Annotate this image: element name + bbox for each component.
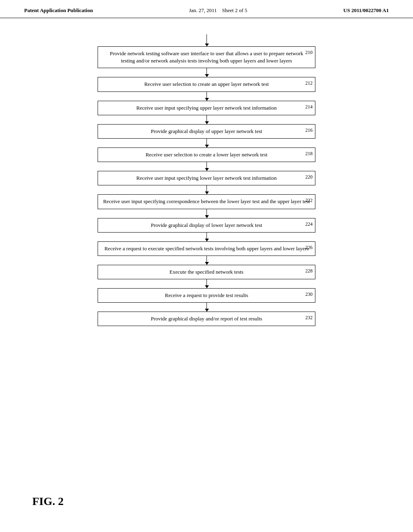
- box-216-label: 216: [305, 127, 313, 134]
- arrow-230-232: [206, 303, 207, 312]
- box-wrapper-226: Receive a request to execute specified n…: [98, 241, 315, 256]
- flow-box-222: Receive user input specifying correspond…: [98, 194, 315, 209]
- page-header: Patent Application Publication Jan. 27, …: [0, 0, 413, 18]
- box-222-label: 222: [305, 197, 313, 204]
- box-wrapper-224: Provide graphical display of lower layer…: [98, 218, 315, 233]
- flow-box-228: Execute the specified network tests 228: [98, 265, 315, 279]
- box-210-label: 210: [305, 49, 313, 56]
- arrow-226-228: [206, 256, 207, 265]
- box-212-label: 212: [305, 80, 313, 87]
- header-center: Jan. 27, 2011 Sheet 2 of 5: [189, 7, 247, 14]
- header-left: Patent Application Publication: [24, 7, 93, 14]
- box-224-label: 224: [305, 221, 313, 228]
- fig-label: FIG. 2: [32, 495, 64, 508]
- box-wrapper-220: Receive user input specifying lower laye…: [98, 171, 315, 185]
- header-sheet: Sheet 2 of 5: [222, 7, 247, 13]
- box-218-text: Receive user selection to create a lower…: [146, 152, 267, 158]
- header-right: US 2011/0022700 A1: [343, 7, 389, 14]
- box-226-label: 226: [305, 244, 313, 251]
- flow-box-232: Provide graphical display and/or report …: [98, 312, 315, 326]
- box-232-text: Provide graphical display and/or report …: [151, 316, 262, 322]
- box-wrapper-228: Execute the specified network tests 228: [98, 265, 315, 279]
- arrow-222-224: [206, 209, 207, 218]
- main-content: Provide network testing software user in…: [0, 18, 413, 338]
- box-210-text: Provide network testing software user in…: [110, 50, 303, 64]
- arrow-212-214: [206, 92, 207, 101]
- flow-box-218: Receive user selection to create a lower…: [98, 148, 315, 162]
- box-214-text: Receive user input specifying upper laye…: [136, 105, 277, 111]
- box-wrapper-222: Receive user input specifying correspond…: [98, 194, 315, 209]
- arrow-224-226: [206, 233, 207, 241]
- box-wrapper-210: Provide network testing software user in…: [98, 46, 315, 68]
- arrow-228-230: [206, 279, 207, 288]
- flow-box-210: Provide network testing software user in…: [98, 46, 315, 68]
- arrow-210-212: [206, 68, 207, 77]
- box-wrapper-230: Receive a request to provide test result…: [98, 288, 315, 303]
- header-date: Jan. 27, 2011: [189, 7, 217, 13]
- box-wrapper-232: Provide graphical display and/or report …: [98, 312, 315, 326]
- flow-box-212: Receive user selection to create an uppe…: [98, 77, 315, 91]
- arrow-216-218: [206, 139, 207, 148]
- box-226-text: Receive a request to execute specified n…: [104, 245, 309, 251]
- box-212-text: Receive user selection to create an uppe…: [144, 81, 269, 87]
- flow-box-224: Provide graphical display of lower layer…: [98, 218, 315, 233]
- box-wrapper-218: Receive user selection to create a lower…: [98, 148, 315, 162]
- box-214-label: 214: [305, 104, 313, 110]
- box-wrapper-216: Provide graphical display of upper layer…: [98, 124, 315, 139]
- flow-box-216: Provide graphical display of upper layer…: [98, 124, 315, 139]
- box-216-text: Provide graphical display of upper layer…: [151, 128, 262, 134]
- start-arrow: [206, 34, 207, 46]
- arrow-220-222: [206, 185, 207, 194]
- flow-box-220: Receive user input specifying lower laye…: [98, 171, 315, 185]
- box-wrapper-212: Receive user selection to create an uppe…: [98, 77, 315, 91]
- arrow-218-220: [206, 162, 207, 171]
- box-228-text: Execute the specified network tests: [169, 269, 243, 275]
- box-230-label: 230: [305, 291, 313, 298]
- flowchart: Provide network testing software user in…: [81, 34, 332, 326]
- box-218-label: 218: [305, 150, 313, 157]
- box-224-text: Provide graphical display of lower layer…: [151, 222, 262, 228]
- box-230-text: Receive a request to provide test result…: [165, 292, 248, 298]
- box-wrapper-214: Receive user input specifying upper laye…: [98, 101, 315, 115]
- box-232-label: 232: [305, 314, 313, 321]
- box-222-text: Receive user input specifying correspond…: [103, 198, 310, 204]
- box-220-text: Receive user input specifying lower laye…: [136, 175, 277, 181]
- box-220-label: 220: [305, 174, 313, 181]
- arrow-214-216: [206, 115, 207, 124]
- box-228-label: 228: [305, 268, 313, 274]
- flow-box-230: Receive a request to provide test result…: [98, 288, 315, 303]
- flow-box-226: Receive a request to execute specified n…: [98, 241, 315, 256]
- flow-box-214: Receive user input specifying upper laye…: [98, 101, 315, 115]
